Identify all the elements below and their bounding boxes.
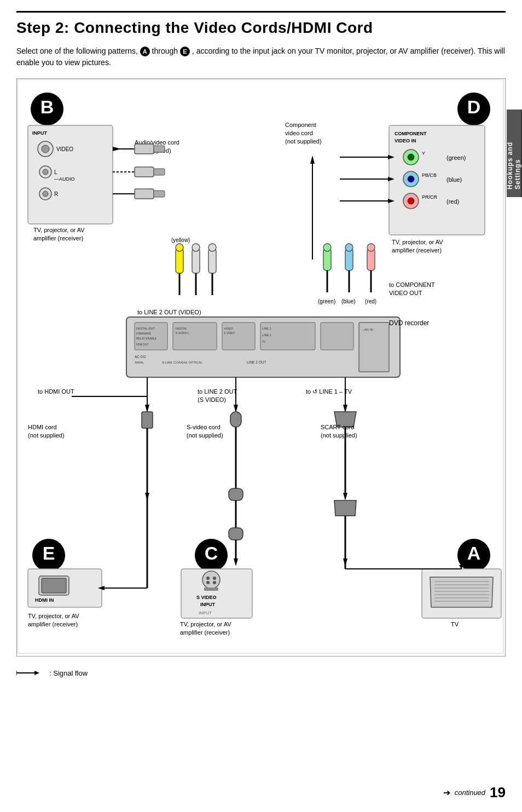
section-e-tv-label: TV, projector, or AV (28, 613, 79, 619)
rca-plug3 (208, 249, 216, 273)
hdmi-plug-top (142, 412, 153, 428)
signal-flow-text: : Signal flow (49, 669, 88, 677)
signal-flow-legend: : Signal flow (16, 667, 506, 678)
hdmi-out-label: to HDMI OUT (38, 388, 74, 395)
svideo-connector-c (202, 571, 220, 589)
yellow-plug-head (176, 244, 183, 251)
y-jack-inner (408, 154, 414, 160)
diagram-svg: B INPUT VIDEO L —AUDIO R TV, projector, … (17, 79, 504, 654)
yellow-label: (yellow) (171, 237, 190, 243)
rca-plug2-head (192, 244, 200, 251)
pb-label: PB/CB (422, 172, 437, 178)
audio-label: —AUDIO (54, 176, 75, 182)
dvd-text7: VIDEO (224, 327, 234, 330)
svideo-mid-connector (229, 488, 243, 500)
yellow-plug (176, 249, 183, 273)
scart-cord-label2: (not supplied) (321, 432, 357, 439)
center-up-arrow (310, 156, 315, 164)
component-cord-label: Component (285, 122, 316, 128)
svideo-cord-label2: (not supplied) (187, 432, 223, 439)
y-label-d: Y (422, 151, 425, 156)
dvd-text10: LINE 1 (262, 333, 271, 337)
dvd-text5: DIGITAL (176, 327, 187, 330)
section-e-tv-label2: amplifier (receiver) (28, 621, 78, 627)
dvd-recorder-label: DVD recorder (389, 319, 429, 327)
section-d-tv-label2: amplifier (receiver) (392, 247, 442, 254)
intro-text: Select one of the following patterns, A … (16, 45, 506, 68)
blue-plug-head (345, 244, 353, 251)
side-tab: Hookups and Settings (507, 110, 522, 197)
blue-conn-label: (blue) (341, 298, 356, 304)
red-label-d: (red) (446, 198, 459, 205)
page-title: Step 2: Connecting the Video Cords/HDMI … (16, 11, 506, 37)
rca-plug2 (192, 249, 200, 273)
pr-jack-inner (408, 198, 414, 204)
scart-plug-bottom (334, 500, 356, 516)
page-number-area: ➔ continued 19 (443, 784, 506, 801)
continued-text: continued (455, 788, 485, 797)
r-plug (154, 191, 165, 197)
diagram-area: B INPUT VIDEO L —AUDIO R TV, projector, … (16, 78, 506, 656)
section-b-label: B (40, 96, 54, 117)
dvd-panel-5 (321, 323, 353, 350)
component-in-label: COMPONENT (395, 131, 427, 136)
component-cord-label2: video cord (285, 130, 313, 136)
dvd-text9: LINE 1 (262, 327, 271, 330)
component-in-label2: VIDEO IN (395, 138, 416, 143)
green-plug (323, 249, 331, 270)
s-video-label-c: S VIDEO (196, 595, 217, 600)
through-text: through (152, 47, 180, 55)
circle-a-icon: A (140, 47, 150, 56)
dvd-bottom2: ARIAL (135, 361, 144, 364)
input-sub-c: INPUT (199, 611, 212, 615)
section-a-tv-label: TV (451, 621, 459, 627)
svideo-pin3 (206, 581, 210, 584)
rca-plug3-head (208, 244, 216, 251)
svideo-final-arrow (234, 558, 238, 566)
dvd-bottom4: LINE 2 OUT (247, 360, 266, 364)
video-plug (154, 146, 165, 152)
video-connector (135, 144, 154, 154)
dvd-text4: H2M OUT (136, 343, 149, 346)
section-d-tv-label: TV, projector, or AV (392, 239, 443, 245)
input-label: INPUT (32, 130, 48, 136)
dvd-text2: FIRMWARE (136, 332, 152, 335)
section-a-label: A (467, 543, 481, 563)
input-label-c: INPUT (200, 602, 216, 607)
dvd-text1: DIGITAL OUT (136, 327, 155, 330)
component-cord-label3: (not supplied) (285, 138, 322, 145)
svideo-bottom-connector (229, 528, 243, 540)
green-conn-label: (green) (318, 298, 335, 304)
dvd-bottom1: AC DG (135, 355, 146, 359)
l-label: L (54, 169, 57, 175)
r-jack-inner (43, 191, 48, 197)
l-plug (154, 169, 165, 175)
l-jack-inner (43, 169, 48, 175)
dvd-text3: RELAY ENABLE (136, 337, 157, 340)
page-container: Step 2: Connecting the Video Cords/HDMI … (0, 0, 522, 812)
scart-cord-down-arrow (343, 493, 347, 500)
hdmi-cord-label: HDMI cord (28, 424, 57, 430)
section-c-label: C (205, 543, 218, 563)
section-c-tv-label2: amplifier (receiver) (180, 629, 230, 636)
dvd-ac-label: ~ AC IN (362, 328, 373, 331)
svideo-cord-label: S-video cord (187, 424, 221, 430)
section-b-tv-label2: amplifier (receiver) (33, 235, 83, 241)
svg-marker-1 (34, 671, 39, 675)
section-c-tv-label: TV, projector, or AV (180, 621, 231, 627)
svideo-pin2 (213, 577, 216, 580)
section-e-label: E (43, 543, 55, 563)
svideo-notch (204, 588, 218, 591)
red-conn-label: (red) (365, 298, 376, 304)
circle-e-icon: E (180, 47, 190, 56)
arrow-continued-icon: ➔ (443, 787, 450, 798)
blue-label-d: (blue) (446, 176, 462, 183)
pb-jack-inner (408, 176, 414, 182)
scart-cord-label: SCART cord (321, 424, 354, 430)
video-label: VIDEO (56, 146, 73, 152)
r-connector (135, 189, 154, 199)
dvd-text8: S VIDEO (224, 331, 235, 335)
hdmi-cord-label2: (not supplied) (28, 432, 65, 439)
hdmi-in-label: HDMI IN (35, 597, 54, 603)
red-plug (367, 249, 375, 270)
